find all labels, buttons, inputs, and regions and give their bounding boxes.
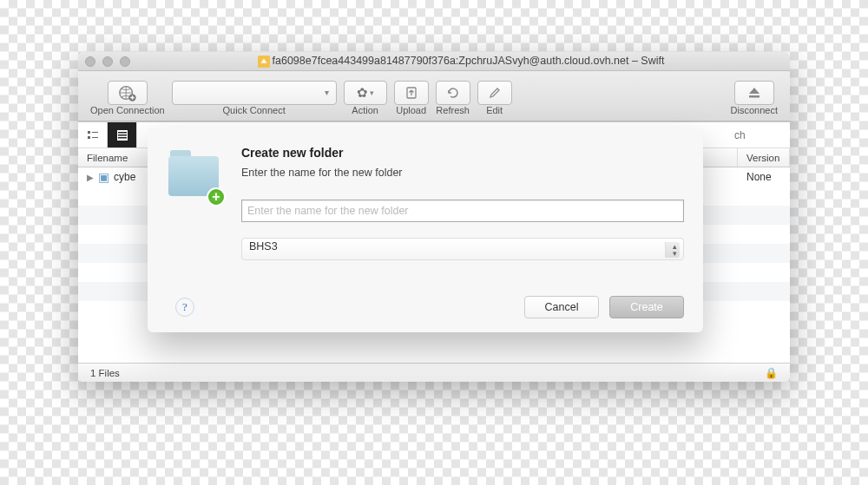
disconnect-tool[interactable]: Disconnect: [731, 81, 778, 115]
open-connection-tool[interactable]: Open Connection: [90, 81, 165, 115]
chevron-down-icon: ▾: [325, 88, 329, 97]
svg-rect-8: [92, 137, 98, 138]
svg-rect-11: [118, 134, 127, 136]
lock-icon: 🔒: [765, 367, 778, 379]
globe-plus-icon: [118, 83, 137, 102]
row-version: None: [738, 171, 790, 183]
help-button[interactable]: ?: [175, 298, 194, 317]
row-filename: cybe: [114, 171, 135, 183]
create-button[interactable]: Create: [609, 296, 684, 318]
svg-rect-10: [118, 132, 127, 134]
upload-tool[interactable]: Upload: [394, 81, 429, 115]
upload-label: Upload: [396, 105, 426, 115]
disclosure-triangle-icon[interactable]: ▶: [87, 173, 94, 182]
svg-rect-7: [92, 132, 98, 133]
select-stepper-icon: ▴▾: [673, 243, 677, 257]
outline-icon: [87, 129, 99, 141]
new-folder-icon: +: [167, 147, 222, 203]
action-label: Action: [352, 105, 378, 115]
cancel-button[interactable]: Cancel: [524, 296, 599, 318]
toolbar: Open Connection ▾ Quick Connect ✿ ▾ Acti…: [78, 71, 790, 121]
window-controls: [85, 56, 130, 67]
status-bar: 1 Files 🔒: [78, 363, 790, 382]
chevron-down-icon: ▾: [370, 88, 374, 97]
eject-icon: [746, 85, 762, 101]
pencil-icon: [488, 86, 502, 100]
edit-tool[interactable]: Edit: [477, 81, 512, 115]
svg-rect-6: [88, 136, 90, 139]
quick-connect-label: Quick Connect: [223, 105, 286, 115]
list-icon: [116, 129, 128, 141]
refresh-tool[interactable]: Refresh: [436, 81, 470, 115]
dialog-subtitle: Enter the name for the new folder: [241, 167, 684, 179]
upload-icon: [404, 86, 418, 100]
open-connection-label: Open Connection: [90, 105, 165, 115]
quick-connect-tool[interactable]: ▾ Quick Connect: [172, 81, 337, 115]
region-select[interactable]: BHS3 ▴▾: [241, 238, 684, 260]
region-select-value: BHS3: [249, 240, 278, 252]
edit-label: Edit: [486, 105, 503, 115]
search-input[interactable]: [729, 122, 790, 147]
close-window-button[interactable]: [85, 56, 95, 67]
create-folder-dialog: + Create new folder Enter the name for t…: [148, 128, 703, 332]
action-tool[interactable]: ✿ ▾ Action: [344, 81, 387, 115]
folder-icon: ▣: [98, 170, 109, 184]
zoom-window-button[interactable]: [120, 56, 130, 67]
titlebar: fa6098e7fcea443499a81487790f376a:ZpchruJ…: [78, 52, 790, 71]
folder-name-input[interactable]: [241, 200, 684, 222]
outline-view-toggle[interactable]: [78, 122, 108, 147]
disconnect-label: Disconnect: [731, 105, 778, 115]
column-version[interactable]: Version: [738, 148, 790, 167]
minimize-window-button[interactable]: [102, 56, 113, 67]
dialog-title: Create new folder: [241, 146, 684, 160]
svg-rect-4: [749, 95, 760, 98]
svg-rect-5: [88, 131, 90, 134]
refresh-label: Refresh: [436, 105, 470, 115]
file-count: 1 Files: [90, 368, 120, 378]
svg-rect-12: [118, 137, 127, 139]
plus-badge-icon: +: [207, 187, 226, 206]
refresh-icon: [446, 86, 460, 100]
app-icon: [258, 56, 270, 68]
list-view-toggle[interactable]: [108, 122, 137, 147]
window-title: fa6098e7fcea443499a81487790f376a:ZpchruJ…: [139, 55, 783, 68]
gear-icon: ✿: [357, 85, 368, 101]
